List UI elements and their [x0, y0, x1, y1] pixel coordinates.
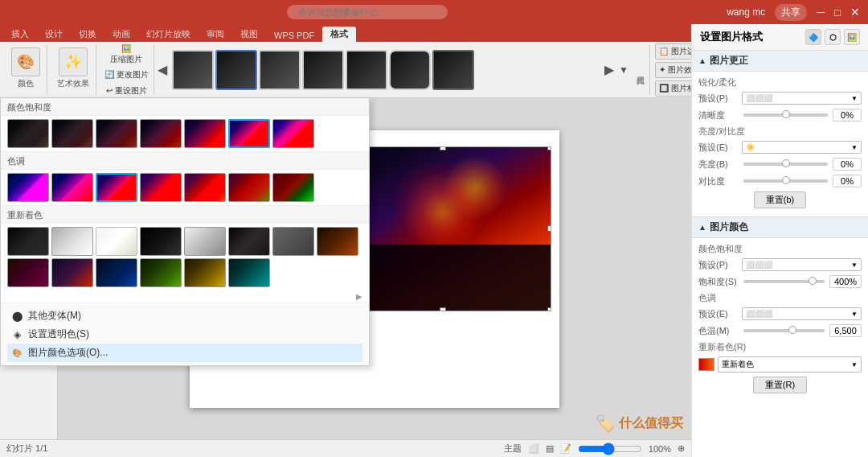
selection-handle-mr[interactable]: [547, 225, 551, 232]
tone-preset-dropdown[interactable]: ⬜⬜⬜ ▼: [742, 307, 862, 320]
color-section-header[interactable]: ▲ 图片颜色: [692, 216, 868, 238]
recolor-tn-8[interactable]: [317, 227, 358, 256]
view-notes-btn[interactable]: 📝: [560, 443, 571, 454]
tone-tn-1[interactable]: [7, 173, 49, 202]
next-style-btn[interactable]: ▶: [604, 62, 617, 77]
maximize-btn[interactable]: □: [834, 6, 841, 19]
saturation-thumb[interactable]: [809, 277, 817, 285]
sat-tn-5[interactable]: [184, 119, 226, 148]
recolor-tn-4[interactable]: [140, 227, 182, 256]
tone-tn-6[interactable]: [228, 173, 270, 202]
recolor-tn-5[interactable]: [184, 227, 226, 256]
recolor-tn-14[interactable]: [228, 258, 270, 287]
recolor-tn-2[interactable]: [51, 227, 93, 256]
tab-insert[interactable]: 插入: [3, 27, 37, 42]
fit-btn[interactable]: ⊕: [678, 443, 685, 454]
user-name[interactable]: wang mc: [727, 6, 765, 18]
minimize-btn[interactable]: ─: [817, 6, 825, 19]
close-btn[interactable]: ✕: [850, 6, 860, 19]
tone-tn-5[interactable]: [184, 173, 226, 202]
temperature-thumb[interactable]: [788, 326, 796, 334]
preset-dropdown[interactable]: ⬜⬜⬜ ▼: [742, 92, 862, 105]
compress-btn[interactable]: 🖼️压缩图片: [108, 42, 144, 66]
style-preset-2[interactable]: [215, 50, 257, 90]
sat-tn-6[interactable]: [228, 119, 270, 148]
view-slide-btn[interactable]: ▤: [546, 443, 554, 454]
contrast-thumb[interactable]: [782, 176, 790, 184]
style-preset-6[interactable]: [389, 50, 431, 90]
color-dropdown-scroll[interactable]: 颜色饱和度 色调 重新着色: [1, 98, 369, 303]
clarity-input[interactable]: [833, 109, 862, 121]
sat-tn-7[interactable]: [272, 119, 314, 148]
search-input[interactable]: [287, 5, 448, 19]
tab-format[interactable]: 格式: [322, 27, 356, 42]
tone-tn-2[interactable]: [51, 173, 93, 202]
panel-icon-2[interactable]: ⬡: [825, 29, 841, 45]
tone-tn-3[interactable]: [96, 173, 137, 202]
tab-wpspdf[interactable]: WPS PDF: [266, 29, 322, 42]
sat-tn-2[interactable]: [51, 119, 93, 148]
prev-style-btn[interactable]: ◀: [158, 62, 170, 77]
recolor-tn-1[interactable]: [7, 227, 49, 256]
panel-icon-3[interactable]: 🖼️: [844, 29, 860, 45]
selection-handle-br[interactable]: [547, 307, 551, 311]
brightness-input[interactable]: [833, 158, 862, 171]
change-btn[interactable]: 🔄 更改图片: [103, 68, 150, 82]
tab-design[interactable]: 设计: [37, 27, 71, 42]
tab-slideshow[interactable]: 幻灯片放映: [138, 27, 199, 42]
sat-tn-3[interactable]: [96, 119, 137, 148]
recolor-swatch[interactable]: [698, 358, 714, 371]
tone-tn-4[interactable]: [140, 173, 182, 202]
set-transparent-item[interactable]: ◈ 设置透明色(S): [7, 325, 362, 344]
recolor-tn-12[interactable]: [140, 258, 182, 287]
color-btn[interactable]: 🎨: [11, 47, 40, 76]
bright-preset-dropdown[interactable]: ☀️ ▼: [742, 141, 862, 154]
contrast-input[interactable]: [833, 175, 862, 187]
reset-img-btn[interactable]: ↩ 重设图片: [104, 84, 149, 98]
selection-handle-tr[interactable]: [547, 146, 551, 150]
contrast-slider[interactable]: [743, 179, 828, 183]
tab-animation[interactable]: 动画: [104, 27, 138, 42]
recolor-tn-11[interactable]: [96, 258, 137, 287]
style-preset-1[interactable]: [172, 50, 214, 90]
saturation-slider[interactable]: [743, 280, 825, 283]
selection-handle-tm[interactable]: [440, 146, 446, 150]
panel-icon-1[interactable]: 🔷: [805, 29, 821, 45]
saturation-input[interactable]: [829, 275, 862, 288]
style-preset-7[interactable]: [432, 50, 474, 90]
zoom-slider[interactable]: [578, 444, 642, 454]
sat-tn-1[interactable]: [7, 119, 49, 148]
tab-transition[interactable]: 切换: [71, 27, 104, 42]
clarity-thumb[interactable]: [782, 110, 790, 118]
style-preset-5[interactable]: [346, 50, 387, 90]
view-normal-btn[interactable]: ⬜: [528, 443, 539, 454]
recolor-tn-10[interactable]: [51, 258, 93, 287]
brightness-thumb[interactable]: [782, 159, 790, 167]
share-btn[interactable]: 共享: [775, 4, 807, 21]
recolor-tn-7[interactable]: [272, 227, 314, 256]
temperature-slider[interactable]: [743, 329, 825, 332]
tab-review[interactable]: 审阅: [199, 27, 232, 42]
selection-handle-bm[interactable]: [440, 307, 446, 311]
temperature-input[interactable]: [829, 324, 862, 337]
sat-preset-dropdown[interactable]: ⬜⬜⬜ ▼: [742, 258, 862, 271]
expand-styles-btn[interactable]: ▼: [619, 64, 632, 76]
more-variants-item[interactable]: ⬤ 其他变体(M): [7, 307, 362, 325]
brightness-slider[interactable]: [743, 163, 828, 166]
color-reset-btn[interactable]: 重置(R): [753, 377, 807, 393]
clarity-slider[interactable]: [743, 113, 828, 117]
style-preset-4[interactable]: [302, 50, 344, 90]
sat-tn-4[interactable]: [140, 119, 182, 148]
recolor-tn-9[interactable]: [7, 258, 49, 287]
art-effect-btn[interactable]: ✨: [59, 47, 88, 76]
recolor-dropdown-btn[interactable]: 重新着色 ▼: [718, 356, 862, 373]
correction-header[interactable]: ▲ 图片更正: [692, 51, 868, 72]
recolor-tn-3[interactable]: [96, 227, 137, 256]
tab-view[interactable]: 视图: [232, 27, 266, 42]
recolor-tn-13[interactable]: [184, 258, 226, 287]
tone-tn-7[interactable]: [272, 173, 314, 202]
style-preset-3[interactable]: [259, 50, 301, 90]
recolor-tn-6[interactable]: [228, 227, 270, 256]
correction-reset-btn[interactable]: 重置(b): [754, 191, 806, 208]
color-options-item[interactable]: 🎨 图片颜色选项(O)...: [7, 344, 362, 362]
